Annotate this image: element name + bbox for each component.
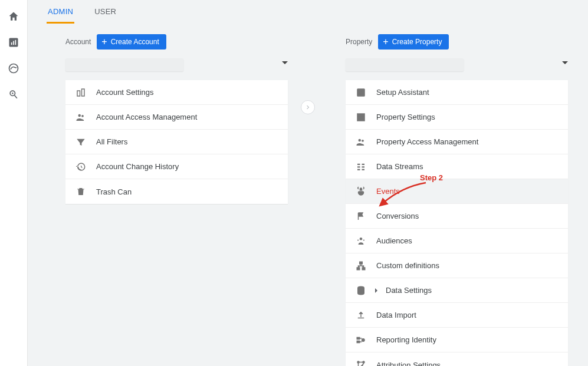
layout-icon (355, 111, 367, 123)
custom-definitions-item[interactable]: Custom definitions (346, 253, 568, 278)
row-label: Setup Assistant (376, 88, 429, 97)
vertical-nav (0, 0, 28, 366)
row-label: Events (376, 187, 400, 196)
row-label: Reporting Identity (376, 335, 436, 344)
svg-rect-3 (15, 40, 17, 45)
svg-point-6 (12, 93, 13, 94)
property-selector[interactable] (346, 57, 568, 73)
caret-right-icon (375, 288, 377, 293)
change-history-item[interactable]: Account Change History (65, 154, 288, 179)
home-icon[interactable] (6, 9, 21, 24)
row-label: Account Access Management (96, 113, 197, 121)
people-icon (75, 111, 87, 123)
svg-rect-28 (357, 337, 360, 339)
create-property-label: Create Property (392, 38, 442, 46)
building-icon (75, 87, 87, 98)
column-link-arrow-icon (301, 100, 315, 114)
streams-icon (355, 161, 367, 173)
attribution-settings-item[interactable]: Attribution Settings (346, 352, 568, 366)
identity-icon (355, 334, 367, 346)
svg-rect-25 (357, 268, 360, 270)
database-icon (355, 285, 367, 296)
row-label: Data Streams (376, 162, 423, 171)
account-column: Account + Create Account Account Setting… (28, 31, 308, 366)
attribution-icon (355, 359, 367, 366)
tab-bar: ADMIN USER (28, 0, 588, 24)
property-settings-item[interactable]: Property Settings (346, 105, 568, 130)
svg-rect-17 (357, 166, 360, 167)
account-label: Account (65, 38, 91, 46)
row-label: Audiences (376, 236, 412, 245)
property-menu: Setup Assistant Property Settings Proper… (346, 80, 568, 366)
trash-item[interactable]: Trash Can (65, 179, 288, 204)
filter-icon (75, 136, 87, 148)
reports-icon[interactable] (6, 35, 21, 50)
svg-point-30 (362, 338, 365, 341)
plus-icon: + (383, 37, 388, 47)
property-access-item[interactable]: Property Access Management (346, 130, 568, 154)
account-menu: Account Settings Account Access Manageme… (65, 80, 288, 204)
create-property-button[interactable]: + Create Property (378, 34, 449, 50)
svg-rect-24 (360, 262, 363, 264)
tab-admin[interactable]: ADMIN (47, 7, 74, 24)
trash-icon (75, 186, 87, 197)
flag-icon (355, 210, 367, 222)
svg-point-13 (359, 139, 362, 141)
plus-icon: + (101, 37, 107, 47)
row-label: Account Change History (96, 162, 179, 171)
svg-point-21 (360, 238, 363, 240)
row-label: Attribution Settings (376, 361, 441, 367)
svg-point-14 (362, 139, 364, 141)
svg-point-31 (357, 361, 359, 363)
data-import-item[interactable]: Data Import (346, 303, 568, 328)
row-label: All Filters (96, 137, 127, 146)
svg-point-7 (78, 114, 81, 117)
conversions-item[interactable]: Conversions (346, 204, 568, 229)
account-access-item[interactable]: Account Access Management (65, 105, 288, 130)
account-settings-item[interactable]: Account Settings (65, 80, 288, 105)
property-label: Property (346, 38, 372, 46)
svg-rect-29 (357, 341, 360, 342)
svg-rect-16 (362, 163, 365, 164)
audiences-item[interactable]: Audiences (346, 229, 568, 253)
row-label: Account Settings (96, 88, 154, 97)
svg-point-32 (363, 361, 364, 363)
advertising-icon[interactable] (6, 87, 21, 101)
setup-assistant-item[interactable]: Setup Assistant (346, 80, 568, 105)
checkbox-icon (355, 87, 367, 98)
tab-user[interactable]: USER (93, 7, 117, 24)
svg-point-4 (9, 64, 18, 73)
svg-rect-26 (362, 268, 365, 270)
row-label: Property Settings (376, 113, 435, 121)
caret-down-icon (282, 61, 288, 64)
main-content: ADMIN USER Account + Create Account (28, 0, 588, 366)
svg-rect-2 (13, 41, 14, 45)
data-settings-item[interactable]: Data Settings (346, 278, 568, 303)
svg-rect-10 (357, 114, 364, 121)
row-label: Property Access Management (376, 137, 478, 146)
events-item[interactable]: Events (346, 179, 568, 204)
svg-rect-1 (11, 42, 12, 45)
caret-down-icon (562, 61, 568, 64)
create-account-label: Create Account (111, 38, 159, 46)
explore-icon[interactable] (6, 61, 21, 75)
svg-rect-15 (357, 163, 360, 164)
svg-rect-20 (362, 169, 365, 170)
upload-icon (355, 309, 367, 321)
row-label: Conversions (376, 212, 419, 220)
reporting-identity-item[interactable]: Reporting Identity (346, 328, 568, 352)
tap-icon (355, 186, 367, 197)
data-streams-item[interactable]: Data Streams (346, 154, 568, 179)
all-filters-item[interactable]: All Filters (65, 130, 288, 154)
row-label: Trash Can (96, 187, 132, 196)
history-icon (75, 161, 87, 173)
account-selector[interactable] (65, 57, 288, 73)
property-column: Property + Create Property Setup Assista… (308, 31, 588, 366)
create-account-button[interactable]: + Create Account (97, 34, 166, 50)
hierarchy-icon (355, 260, 367, 272)
row-label: Custom definitions (376, 261, 439, 270)
row-label: Data Import (376, 311, 416, 319)
svg-rect-19 (357, 169, 360, 170)
audience-icon (355, 235, 367, 247)
row-label: Data Settings (386, 286, 432, 295)
